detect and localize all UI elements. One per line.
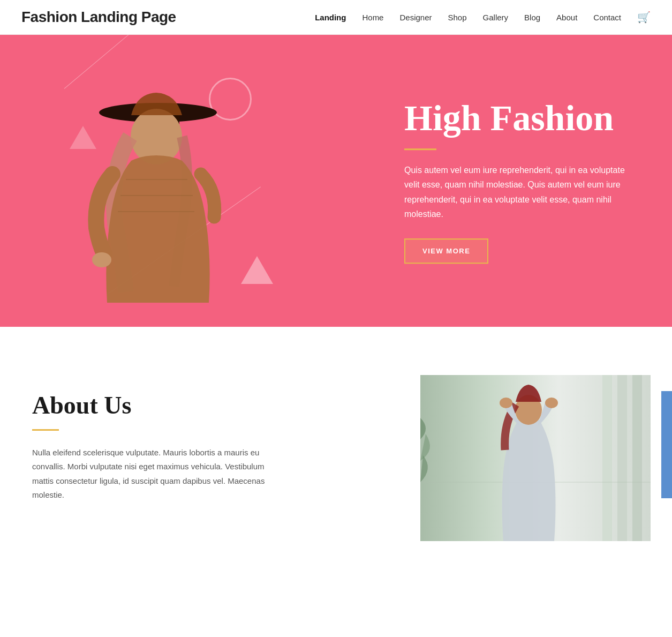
svg-rect-8 [602, 375, 612, 541]
nav-item-blog[interactable]: Blog [524, 13, 540, 22]
hero-divider [404, 149, 436, 151]
about-image-area [420, 359, 672, 541]
main-nav: Landing Home Designer Shop Gallery Blog … [315, 11, 651, 24]
header: Fashion Landing Page Landing Home Design… [0, 0, 672, 35]
site-title: Fashion Landing Page [21, 9, 176, 26]
hero-title: High Fashion [404, 98, 640, 138]
hero-section: High Fashion Quis autem vel eum iure rep… [0, 35, 672, 327]
view-more-button[interactable]: VIEW MORE [404, 238, 488, 264]
about-section: About Us Nulla eleifend scelerisque vulp… [0, 327, 672, 541]
svg-rect-10 [632, 375, 642, 541]
about-description: Nulla eleifend scelerisque vulputate. Ma… [32, 446, 284, 502]
nav-item-contact[interactable]: Contact [593, 13, 621, 22]
svg-point-14 [545, 398, 558, 408]
tunnel-lines [420, 375, 651, 541]
svg-point-13 [500, 398, 512, 408]
hero-woman-image [32, 56, 284, 319]
about-title: About Us [32, 391, 284, 419]
hero-description: Quis autem vel eum iure reprehenderit, q… [404, 163, 640, 222]
nav-item-gallery[interactable]: Gallery [483, 13, 509, 22]
blue-accent-rectangle [661, 391, 672, 498]
hero-content: High Fashion Quis autem vel eum iure rep… [404, 98, 640, 264]
nav-item-about[interactable]: About [556, 13, 577, 22]
about-text-block: About Us Nulla eleifend scelerisque vulp… [32, 380, 284, 502]
nav-item-home[interactable]: Home [362, 13, 383, 22]
nav-item-shop[interactable]: Shop [448, 13, 467, 22]
nav-item-designer[interactable]: Designer [399, 13, 432, 22]
svg-rect-9 [617, 375, 627, 541]
about-image [420, 375, 651, 541]
cart-icon[interactable]: 🛒 [637, 11, 651, 24]
nav-item-landing[interactable]: Landing [315, 13, 346, 22]
about-divider [32, 429, 59, 431]
svg-point-4 [92, 252, 111, 267]
